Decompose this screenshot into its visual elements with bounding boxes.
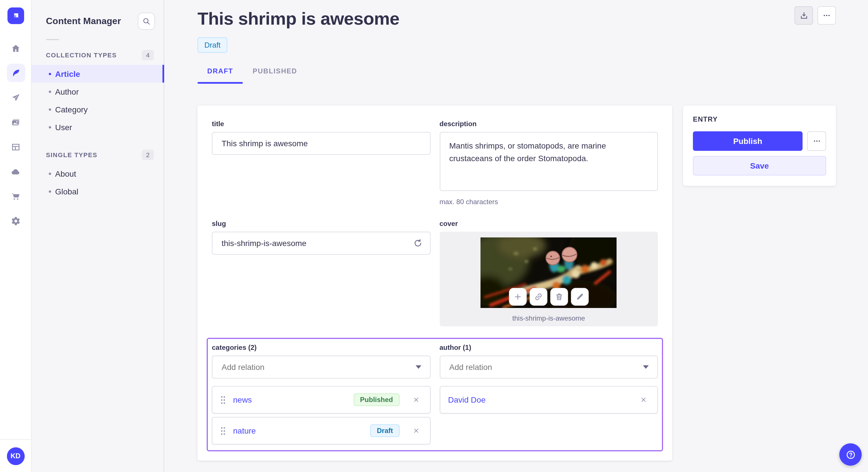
- sidebar-divider: [46, 39, 59, 40]
- help-button[interactable]: [839, 443, 862, 466]
- relation-item-david-doe: David Doe: [439, 386, 658, 413]
- home-icon[interactable]: [7, 39, 25, 57]
- strapi-app: KD Content Manager COLLECTION TYPES 4 Ar…: [0, 0, 868, 472]
- search-icon: [143, 17, 150, 25]
- categories-relation-combobox[interactable]: [212, 356, 430, 378]
- cover-image[interactable]: [481, 237, 617, 308]
- pencil-icon: [576, 293, 584, 301]
- media-library-icon[interactable]: [7, 113, 25, 131]
- nav-rail: KD: [0, 0, 32, 472]
- content-type-builder-icon[interactable]: [7, 138, 25, 156]
- field-description: description Mantis shrimps, or stomatopo…: [439, 120, 658, 206]
- relation-item-nature: nature Draft: [212, 417, 430, 444]
- relation-link[interactable]: news: [233, 395, 346, 404]
- more-options-icon: [823, 11, 831, 20]
- close-icon: [412, 427, 420, 434]
- question-mark-icon: [845, 449, 856, 460]
- cover-filename: this-shrimp-is-awesome: [439, 314, 658, 322]
- field-categories: categories (2) news: [212, 343, 430, 444]
- strapi-logo[interactable]: [7, 7, 24, 24]
- relation-status-badge: Draft: [371, 425, 399, 437]
- entry-more-options-button[interactable]: [807, 131, 826, 151]
- entry-panel: ENTRY Publish Save: [683, 105, 836, 186]
- sidebar-item-global[interactable]: Global: [32, 182, 164, 200]
- field-author: author (1) David Doe: [439, 343, 658, 444]
- sidebar-item-label: Author: [55, 87, 79, 96]
- main-content: This shrimp is awesome Draft DRAFT PUBLI…: [164, 0, 868, 472]
- title-label: title: [212, 120, 430, 128]
- categories-label: categories (2): [212, 343, 430, 351]
- cover-card: this-shrimp-is-awesome: [439, 232, 658, 326]
- sidebar-item-article[interactable]: Article: [32, 65, 164, 82]
- sidebar-title: Content Manager: [46, 16, 121, 26]
- publish-button[interactable]: Publish: [693, 131, 803, 151]
- status-badge: Draft: [197, 37, 227, 53]
- cover-delete-button[interactable]: [550, 288, 568, 306]
- sidebar-item-category[interactable]: Category: [32, 100, 164, 118]
- version-tabs: DRAFT PUBLISHED: [197, 60, 868, 84]
- cover-copy-link-button[interactable]: [530, 288, 547, 306]
- header-actions: [795, 6, 836, 25]
- description-label: description: [439, 120, 658, 128]
- single-types-count: 2: [142, 150, 154, 160]
- relation-link[interactable]: David Doe: [448, 395, 627, 404]
- bullet-icon: [49, 72, 51, 75]
- single-types-label: SINGLE TYPES: [46, 151, 97, 158]
- bullet-icon: [49, 172, 51, 175]
- relation-link[interactable]: nature: [233, 426, 363, 435]
- relation-status-badge: Published: [353, 394, 399, 406]
- edit-form-panel: title description Mantis shrimps, or sto…: [197, 105, 672, 461]
- tab-draft[interactable]: DRAFT: [197, 60, 243, 84]
- regenerate-slug-button[interactable]: [412, 237, 423, 249]
- settings-gear-icon[interactable]: [7, 212, 25, 230]
- close-icon: [412, 396, 420, 403]
- remove-relation-button[interactable]: [410, 425, 422, 436]
- more-options-icon: [813, 137, 820, 145]
- sidebar-item-label: Global: [55, 187, 79, 196]
- tab-published[interactable]: PUBLISHED: [243, 60, 307, 84]
- sidebar-item-user[interactable]: User: [32, 118, 164, 136]
- cloud-deploy-icon[interactable]: [7, 162, 25, 181]
- remove-relation-button[interactable]: [638, 394, 649, 405]
- relation-item-news: news Published: [212, 386, 430, 413]
- close-icon: [640, 396, 647, 403]
- cover-edit-button[interactable]: [571, 288, 589, 306]
- author-relation-combobox[interactable]: [439, 356, 658, 378]
- search-button[interactable]: [138, 12, 155, 30]
- content-manager-feather-icon[interactable]: [7, 64, 25, 82]
- slug-input[interactable]: [212, 232, 430, 255]
- field-slug: slug: [212, 220, 430, 326]
- strapi-logo-glyph: [11, 11, 21, 21]
- bullet-icon: [49, 108, 51, 110]
- description-textarea[interactable]: Mantis shrimps, or stomatopods, are mari…: [439, 132, 658, 191]
- title-input[interactable]: [212, 132, 430, 155]
- download-button[interactable]: [795, 6, 813, 25]
- releases-paper-plane-icon[interactable]: [7, 88, 25, 107]
- bullet-icon: [49, 90, 51, 93]
- description-hint: max. 80 characters: [439, 198, 658, 206]
- collection-types-count: 4: [142, 50, 154, 60]
- remove-relation-button[interactable]: [410, 394, 422, 405]
- sidebar-item-label: Article: [55, 69, 80, 78]
- cover-add-button[interactable]: [509, 288, 527, 306]
- sidebar-item-author[interactable]: Author: [32, 82, 164, 100]
- rail-footer: KD: [0, 439, 31, 472]
- marketplace-cart-icon[interactable]: [7, 187, 25, 205]
- sidebar-item-label: Category: [55, 105, 88, 114]
- drag-handle-icon[interactable]: [220, 427, 226, 435]
- sidebar-item-about[interactable]: About: [32, 165, 164, 182]
- refresh-icon: [413, 239, 422, 248]
- entry-panel-title: ENTRY: [693, 115, 826, 123]
- collection-types-label: COLLECTION TYPES: [46, 52, 117, 59]
- user-avatar[interactable]: KD: [7, 447, 24, 465]
- sidebar-item-label: About: [55, 169, 76, 178]
- author-label: author (1): [439, 343, 658, 351]
- cover-label: cover: [439, 220, 658, 228]
- trash-icon: [555, 293, 563, 301]
- relations-selection-box: categories (2) news: [207, 338, 663, 451]
- save-button[interactable]: Save: [693, 156, 826, 175]
- header-more-options-button[interactable]: [817, 6, 836, 25]
- link-icon: [534, 293, 543, 301]
- drag-handle-icon[interactable]: [220, 396, 226, 404]
- slug-label: slug: [212, 220, 430, 228]
